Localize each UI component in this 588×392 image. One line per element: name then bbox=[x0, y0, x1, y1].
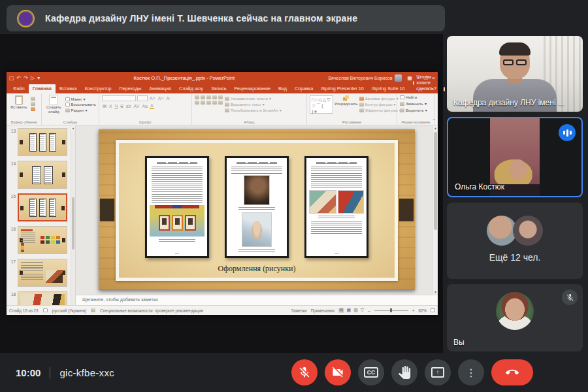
canvas-scrollbar[interactable]: ▲ ▼ bbox=[433, 125, 438, 295]
smartart-button[interactable]: Преобразовать в SmartArt ▾ bbox=[225, 108, 282, 112]
shape-fill-button[interactable]: Заливка фигуры ▾ bbox=[359, 96, 401, 101]
strikethrough-button[interactable]: S bbox=[120, 104, 124, 108]
char-spacing-button[interactable]: AV bbox=[133, 104, 140, 108]
shape-effects-button[interactable]: Эффекты фигуры ▾ bbox=[359, 108, 401, 112]
tellme-box[interactable]: Что вы хотите сделать? bbox=[409, 73, 443, 93]
underline-button[interactable]: Ч bbox=[114, 104, 118, 108]
increase-indent-icon[interactable] bbox=[212, 95, 217, 99]
tab-record[interactable]: Запись bbox=[207, 84, 231, 93]
change-case-button[interactable]: Aa bbox=[141, 104, 148, 108]
slide-thumbnail-17[interactable] bbox=[18, 259, 67, 287]
replace-button[interactable]: Заменить ▾ bbox=[400, 101, 427, 106]
shrink-font-icon[interactable]: A˅ bbox=[157, 96, 165, 101]
participant-tile-speaking[interactable]: Ольга Костюк bbox=[447, 117, 583, 197]
normal-view-icon[interactable]: ▤ bbox=[338, 308, 344, 313]
slide-thumbnail-13[interactable] bbox=[18, 128, 67, 156]
mic-button[interactable] bbox=[291, 359, 318, 385]
save-icon[interactable]: ▢ bbox=[9, 75, 14, 81]
accessibility-status[interactable]: Специальные возможности: проверьте реком… bbox=[100, 308, 203, 313]
bullets-icon[interactable] bbox=[195, 95, 199, 99]
tab-file[interactable]: Файл bbox=[9, 84, 29, 93]
line-spacing-icon[interactable] bbox=[218, 95, 223, 99]
tab-slideshow[interactable]: Слайд шоу bbox=[175, 84, 207, 93]
paste-button[interactable]: Вставить bbox=[9, 95, 29, 110]
copy-icon[interactable] bbox=[31, 102, 35, 106]
zoom-level[interactable]: 82% bbox=[418, 308, 427, 313]
present-button[interactable]: ↑ bbox=[425, 359, 451, 385]
numbering-icon[interactable] bbox=[201, 95, 205, 99]
tab-ispring-presenter[interactable]: iSpring Presenter 10 bbox=[317, 84, 368, 93]
slide-sorter-icon[interactable]: ▦ bbox=[347, 308, 351, 313]
zoom-out-icon[interactable]: – bbox=[368, 308, 370, 313]
scroll-down-icon[interactable]: ▼ bbox=[433, 290, 438, 294]
justify-icon[interactable] bbox=[212, 101, 217, 105]
slideshow-view-icon[interactable]: ▽ bbox=[361, 308, 364, 313]
slide-thumbnail-15-selected[interactable] bbox=[18, 193, 67, 221]
notes-toggle[interactable]: Заметки bbox=[291, 308, 306, 313]
current-slide[interactable]: Оформлення (рисунки) bbox=[99, 129, 415, 290]
text-direction-button[interactable]: Направление текста ▾ bbox=[225, 96, 282, 101]
decrease-indent-icon[interactable] bbox=[206, 95, 211, 99]
notes-placeholder[interactable]: Щелкните, чтобы добавить заметки bbox=[76, 295, 438, 305]
new-slide-button[interactable]: Создать слайд bbox=[44, 95, 63, 114]
zoom-in-icon[interactable]: + bbox=[412, 308, 415, 313]
tab-insert[interactable]: Вставка bbox=[56, 84, 81, 93]
comments-icon[interactable] bbox=[444, 87, 445, 91]
tab-help[interactable]: Справка bbox=[291, 84, 317, 93]
cut-icon[interactable] bbox=[31, 97, 35, 101]
align-right-icon[interactable] bbox=[206, 101, 211, 105]
italic-button[interactable]: К bbox=[108, 104, 112, 108]
font-color-button[interactable]: A bbox=[150, 103, 154, 109]
scroll-up-icon[interactable]: ▲ bbox=[433, 126, 438, 130]
align-center-icon[interactable] bbox=[201, 101, 205, 105]
captions-button[interactable]: CC bbox=[358, 359, 384, 385]
align-left-icon[interactable] bbox=[195, 101, 199, 105]
fit-to-window-icon[interactable] bbox=[431, 308, 435, 312]
slide-thumbnail-16[interactable] bbox=[18, 226, 67, 254]
redo-icon[interactable]: ↷ bbox=[24, 75, 28, 81]
font-size-box[interactable] bbox=[137, 95, 148, 101]
align-text-button[interactable]: Выровнять текст ▾ bbox=[225, 102, 282, 106]
layout-button[interactable]: Макет ▾ bbox=[65, 97, 96, 101]
text-shadow-button[interactable]: ab bbox=[125, 104, 132, 108]
slideshow-icon[interactable]: ▷ bbox=[31, 75, 35, 81]
tab-home[interactable]: Главная bbox=[29, 84, 56, 93]
shape-outline-button[interactable]: Контур фигуры ▾ bbox=[359, 102, 401, 106]
tab-view[interactable]: Вид bbox=[274, 84, 291, 93]
zoom-slider[interactable] bbox=[374, 310, 408, 311]
slide-canvas[interactable]: Оформлення (рисунки) ▲ ▼ bbox=[76, 125, 438, 295]
find-button[interactable]: Найти bbox=[400, 95, 417, 99]
display-settings-icon[interactable] bbox=[43, 308, 48, 312]
scroll-up-icon[interactable]: ▲ bbox=[71, 125, 75, 131]
reading-view-icon[interactable]: ▥ bbox=[353, 308, 358, 313]
bold-button[interactable]: Ж bbox=[102, 104, 107, 108]
select-button[interactable]: Выделить ▾ bbox=[400, 108, 427, 112]
language-indicator[interactable]: русский (Украина) bbox=[52, 308, 87, 313]
thumbnail-scrollbar[interactable]: ▲ bbox=[71, 125, 75, 305]
shapes-gallery[interactable]: □○◇△▽☆⌒( )∗ bbox=[310, 95, 333, 114]
participant-tile-others[interactable]: Ещё 12 чел. bbox=[447, 203, 583, 279]
section-button[interactable]: Раздел ▾ bbox=[65, 108, 96, 112]
format-painter-icon[interactable] bbox=[31, 107, 35, 111]
camera-button[interactable] bbox=[325, 359, 351, 385]
tab-ispring-suite[interactable]: iSpring Suite 10 bbox=[368, 84, 409, 93]
more-options-button[interactable]: ⋮ bbox=[458, 359, 484, 385]
columns-icon[interactable] bbox=[218, 101, 223, 105]
tab-design[interactable]: Конструктор bbox=[81, 84, 116, 93]
participant-tile-you[interactable]: Вы bbox=[447, 284, 583, 351]
tab-animations[interactable]: Анимация bbox=[145, 84, 175, 93]
participant-tile-presenter[interactable]: Кафедра дизайну ЛНУ імені ... bbox=[447, 36, 583, 112]
tab-transitions[interactable]: Переходы bbox=[116, 84, 146, 93]
reset-button[interactable]: Восстановить bbox=[65, 103, 96, 106]
font-name-box[interactable] bbox=[102, 95, 136, 101]
leave-call-button[interactable] bbox=[491, 359, 533, 385]
slide-thumbnail-14[interactable] bbox=[18, 161, 67, 189]
slide-thumbnail-18[interactable] bbox=[18, 291, 67, 305]
arrange-button[interactable]: Упорядочить bbox=[335, 95, 357, 106]
grow-font-icon[interactable]: A˄ bbox=[149, 96, 156, 101]
collapse-ribbon-icon[interactable]: ⌃ bbox=[432, 118, 436, 123]
comments-toggle[interactable]: Примечания bbox=[311, 308, 335, 313]
ppt-account[interactable]: Вячеслав Вікторович Борисов bbox=[329, 74, 402, 82]
tab-review[interactable]: Рецензирование bbox=[231, 84, 275, 93]
undo-icon[interactable]: ↶ bbox=[17, 75, 22, 81]
